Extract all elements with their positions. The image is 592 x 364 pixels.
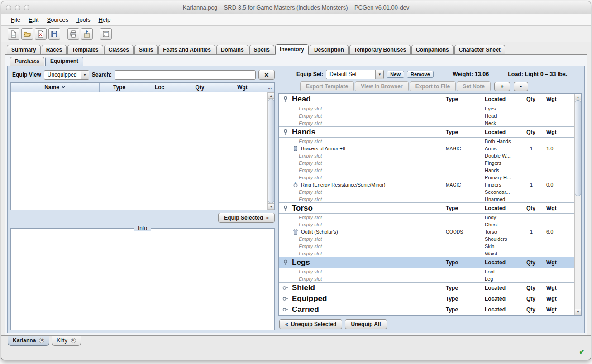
section-legs[interactable]: LegsTypeLocatedQtyWgt xyxy=(279,257,574,268)
close-tab-icon[interactable]: ✕ xyxy=(39,338,44,343)
tab-domains[interactable]: Domains xyxy=(216,45,248,55)
new-file-button[interactable] xyxy=(8,28,19,40)
scroll-down-icon[interactable]: ▼ xyxy=(575,309,581,315)
empty-slot-row[interactable]: Empty slotHead xyxy=(279,112,574,120)
export-button[interactable] xyxy=(81,28,93,40)
equip-set-select[interactable]: Default Set ▼ xyxy=(326,70,384,79)
unequipped-scrollbar[interactable]: ▲ ▼ xyxy=(267,92,274,210)
tab-classes[interactable]: Classes xyxy=(104,45,134,55)
collapsed-icon[interactable] xyxy=(282,285,289,291)
equip-view-select[interactable]: Unequipped ▼ xyxy=(44,70,89,80)
title-bar[interactable]: Karianna.pcg – SRD 3.5 for Game Masters … xyxy=(1,1,591,14)
menu-sources[interactable]: Sources xyxy=(43,15,72,24)
tab-temporary-bonuses[interactable]: Temporary Bonuses xyxy=(349,45,411,55)
close-window-button[interactable] xyxy=(6,5,11,10)
equip-set-scrollbar[interactable]: ▲ ▼ xyxy=(574,94,581,315)
remove-equip-set-button[interactable]: Remove xyxy=(407,71,434,78)
empty-slot-row[interactable]: Empty slotBody xyxy=(279,214,574,221)
empty-slot-row[interactable]: Empty slotNeck xyxy=(279,120,574,127)
character-tab-kitty[interactable]: Kitty✕ xyxy=(52,336,81,346)
close-file-button[interactable] xyxy=(35,28,47,40)
tab-description[interactable]: Description xyxy=(310,45,349,55)
close-tab-icon[interactable]: ✕ xyxy=(71,338,76,343)
save-file-button[interactable] xyxy=(48,28,60,40)
empty-slot-row[interactable]: Empty slotDouble W... xyxy=(279,152,574,159)
empty-slot-row[interactable]: Empty slotLeg xyxy=(279,275,574,283)
column-header-wgt[interactable]: Wgt xyxy=(220,83,265,92)
column-header-name[interactable]: Name xyxy=(11,83,100,92)
empty-slot-row[interactable]: Empty slotFingers xyxy=(279,159,574,167)
subtab-equipment[interactable]: Equipment xyxy=(45,57,83,66)
collapsed-icon[interactable] xyxy=(282,307,289,313)
unequip-selected-button[interactable]: « Unequip Selected xyxy=(279,319,342,329)
search-input[interactable] xyxy=(115,70,256,80)
chevron-down-icon[interactable]: ▼ xyxy=(81,71,89,79)
tab-summary[interactable]: Summary xyxy=(7,45,41,55)
collapsed-icon[interactable] xyxy=(282,296,289,302)
unequipped-table-empty-area[interactable] xyxy=(11,92,267,210)
section-carried[interactable]: CarriedTypeLocatedQtyWgt xyxy=(279,304,574,315)
scroll-track[interactable] xyxy=(575,100,581,309)
tab-inventory[interactable]: Inventory xyxy=(275,44,309,55)
item-row[interactable]: Outfit (Scholar's)GOODSTorso16.0 xyxy=(279,228,574,235)
empty-slot-row[interactable]: Empty slotShoulders xyxy=(279,235,574,243)
remove-equip-set-button[interactable]: - xyxy=(514,82,528,91)
tab-feats-and-abilities[interactable]: Feats and Abilities xyxy=(158,45,215,55)
tab-character-sheet[interactable]: Character Sheet xyxy=(454,45,505,55)
empty-slot-row[interactable]: Empty slotSecondar... xyxy=(279,188,574,196)
tab-templates[interactable]: Templates xyxy=(67,45,103,55)
print-button[interactable] xyxy=(67,28,79,40)
section-head[interactable]: HeadTypeLocatedQtyWgt xyxy=(279,94,574,105)
set-note-button[interactable]: Set Note xyxy=(457,81,491,91)
clear-search-button[interactable]: ✕ xyxy=(258,70,275,80)
menu-file[interactable]: File xyxy=(7,15,24,24)
empty-slot-row[interactable]: Empty slotEyes xyxy=(279,105,574,112)
section-shield[interactable]: ShieldTypeLocatedQtyWgt xyxy=(279,282,574,293)
column-options-button[interactable]: ... xyxy=(265,83,274,92)
expanded-icon[interactable] xyxy=(282,96,289,102)
section-torso[interactable]: TorsoTypeLocatedQtyWgt xyxy=(279,202,574,214)
view-in-browser-button[interactable]: View in Browser xyxy=(355,81,408,91)
empty-slot-row[interactable]: Empty slotWaist xyxy=(279,250,574,257)
expanded-icon[interactable] xyxy=(282,259,289,266)
minimize-window-button[interactable] xyxy=(15,5,20,10)
new-equip-set-button[interactable]: New xyxy=(387,71,404,78)
item-row[interactable]: Ring (Energy Resistance/Sonic/Minor)MAGI… xyxy=(279,181,574,188)
section-equipped[interactable]: EquippedTypeLocatedQtyWgt xyxy=(279,293,574,304)
column-header-qty[interactable]: Qty xyxy=(180,83,220,92)
add-equip-set-button[interactable]: + xyxy=(494,82,510,91)
character-tab-karianna[interactable]: Karianna✕ xyxy=(8,336,49,346)
empty-slot-row[interactable]: Empty slotSkin xyxy=(279,243,574,250)
tab-spells[interactable]: Spells xyxy=(249,45,274,55)
empty-slot-row[interactable]: Empty slotChest xyxy=(279,221,574,228)
equip-selected-button[interactable]: Equip Selected » xyxy=(218,213,275,223)
expanded-icon[interactable] xyxy=(282,129,289,135)
scroll-down-icon[interactable]: ▼ xyxy=(268,203,274,210)
scroll-up-icon[interactable]: ▲ xyxy=(575,94,581,100)
expanded-icon[interactable] xyxy=(282,205,289,211)
chevron-down-icon[interactable]: ▼ xyxy=(375,70,383,79)
menu-tools[interactable]: Tools xyxy=(72,15,94,24)
empty-slot-row[interactable]: Empty slotUnarmed xyxy=(279,196,574,203)
menu-help[interactable]: Help xyxy=(94,15,115,24)
unequip-all-button[interactable]: Unequip All xyxy=(345,319,387,329)
tab-skills[interactable]: Skills xyxy=(134,45,158,55)
menu-edit[interactable]: Edit xyxy=(24,15,43,24)
open-file-button[interactable] xyxy=(21,28,33,40)
column-header-type[interactable]: Type xyxy=(100,83,139,92)
export-to-file-button[interactable]: Export to File xyxy=(410,81,456,91)
column-header-loc[interactable]: Loc xyxy=(139,83,180,92)
item-row[interactable]: Bracers of Armor +8MAGICArms11.0 xyxy=(279,145,574,152)
unequipped-table-body[interactable]: ▲ ▼ xyxy=(11,92,274,210)
empty-slot-row[interactable]: Empty slotBoth Hands xyxy=(279,138,574,145)
preferences-button[interactable] xyxy=(100,28,112,40)
export-template-button[interactable]: Export Template xyxy=(300,81,354,91)
scroll-thumb[interactable] xyxy=(575,100,581,196)
empty-slot-row[interactable]: Empty slotFoot xyxy=(279,268,574,275)
scroll-track[interactable] xyxy=(268,99,274,203)
subtab-purchase[interactable]: Purchase xyxy=(10,57,44,66)
empty-slot-row[interactable]: Empty slotPrimary H... xyxy=(279,174,574,181)
scroll-up-icon[interactable]: ▲ xyxy=(268,92,274,99)
empty-slot-row[interactable]: Empty slotHands xyxy=(279,167,574,174)
section-hands[interactable]: HandsTypeLocatedQtyWgt xyxy=(279,126,574,138)
